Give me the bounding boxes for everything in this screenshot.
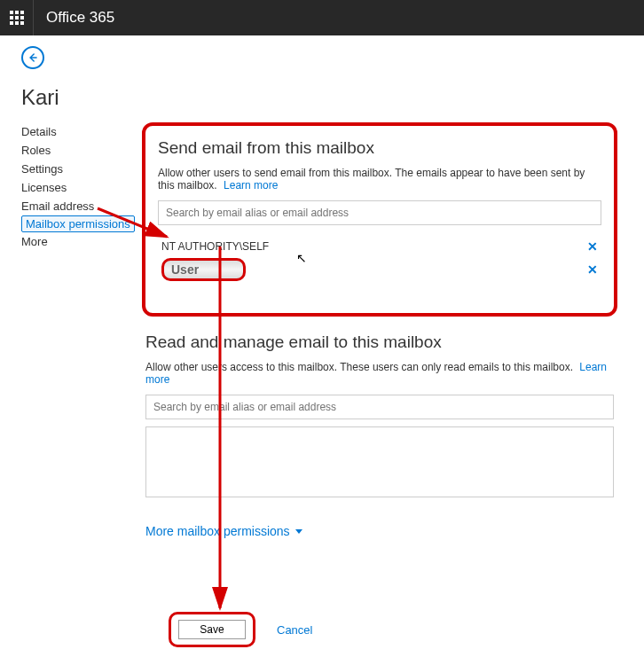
app-launcher-button[interactable] <box>0 0 34 35</box>
read-section-desc-text: Allow other users access to this mailbox… <box>145 361 573 373</box>
read-section-title: Read and manage email to this mailbox <box>145 332 614 352</box>
permission-row-user: User <box>161 258 246 281</box>
sidebar-item-licenses[interactable]: Licenses <box>21 178 142 197</box>
read-permission-list <box>145 426 614 497</box>
sidebar-item-roles[interactable]: Roles <box>21 141 142 160</box>
sidebar-item-email-address[interactable]: Email address <box>21 197 142 215</box>
send-section-title: Send email from this mailbox <box>158 138 601 158</box>
sidebar-item-settings[interactable]: Settings <box>21 160 142 178</box>
more-permissions-label: More mailbox permissions <box>145 524 290 538</box>
save-button[interactable]: Save <box>178 620 246 639</box>
save-button-highlight: Save <box>169 612 255 647</box>
read-section: Read and manage email to this mailbox Al… <box>142 332 617 538</box>
topbar: Office 365 <box>0 0 644 35</box>
sidebar-item-more[interactable]: More <box>21 232 142 251</box>
send-section-highlight: Send email from this mailbox Allow other… <box>142 122 617 317</box>
brand-label: Office 365 <box>46 9 114 27</box>
remove-permission-button[interactable]: ✕ <box>587 262 598 277</box>
arrow-left-icon <box>27 51 39 64</box>
main-content: Send email from this mailbox Allow other… <box>142 122 644 538</box>
permission-row: NT AUTHORITY\SELF ✕ <box>158 238 601 255</box>
permission-row-label: NT AUTHORITY\SELF <box>161 240 269 253</box>
footer: Save Cancel <box>169 612 312 647</box>
send-search-input[interactable] <box>158 200 601 225</box>
page-title: Kari <box>21 85 644 110</box>
remove-permission-button[interactable]: ✕ <box>587 239 598 254</box>
sidebar-item-mailbox-permissions[interactable]: Mailbox permissions <box>21 215 135 232</box>
back-button[interactable] <box>21 46 44 69</box>
permission-row: User ✕ <box>158 255 601 283</box>
waffle-icon <box>10 11 24 25</box>
more-mailbox-permissions-link[interactable]: More mailbox permissions <box>145 524 302 538</box>
send-section-desc: Allow other users to send email from thi… <box>158 167 601 192</box>
read-search-input[interactable] <box>145 395 614 419</box>
send-section-desc-text: Allow other users to send email from thi… <box>158 167 585 192</box>
sidebar-item-details[interactable]: Details <box>21 122 142 141</box>
chevron-down-icon <box>295 529 302 534</box>
send-learn-more-link[interactable]: Learn more <box>224 179 278 192</box>
cancel-link[interactable]: Cancel <box>277 623 312 637</box>
read-section-desc: Allow other users access to this mailbox… <box>145 361 614 386</box>
sidebar: Details Roles Settings Licenses Email ad… <box>0 122 142 538</box>
